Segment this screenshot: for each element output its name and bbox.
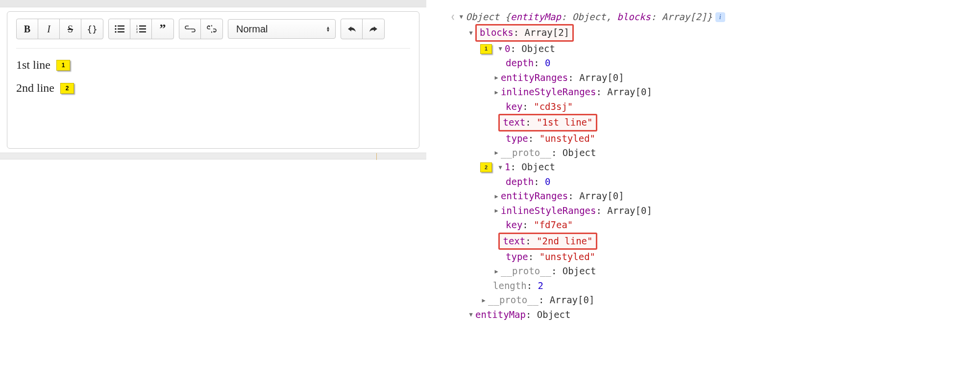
tree-type-1[interactable]: type: "unstyled": [451, 250, 794, 264]
select-caret-icon: ▴▾: [327, 26, 329, 32]
expand-icon[interactable]: [497, 44, 504, 53]
tree-key-0[interactable]: key: "cd3sj": [451, 100, 794, 114]
expand-icon[interactable]: [493, 73, 500, 82]
svg-text:3: 3: [136, 30, 138, 33]
numbered-list-button[interactable]: 123: [130, 19, 152, 39]
tree-text-1[interactable]: text: "2nd line": [451, 233, 794, 250]
svg-rect-11: [139, 31, 146, 32]
tree-length[interactable]: length: 2: [451, 279, 794, 293]
editor-content[interactable]: 1st line 1 2nd line 2: [16, 49, 410, 95]
expand-icon[interactable]: [497, 163, 504, 172]
info-icon[interactable]: i: [715, 12, 725, 22]
expand-icon[interactable]: [458, 12, 465, 22]
highlight-text-1: text: "2nd line": [498, 233, 597, 250]
editor-pane: B I S {} 123 ”: [0, 0, 426, 159]
editor-line: 1st line 1: [16, 58, 410, 72]
blockquote-button[interactable]: ”: [152, 19, 173, 39]
line-text[interactable]: 2nd line: [16, 81, 54, 95]
annotation-badge: 1: [56, 60, 70, 71]
root-summary: Object {entityMap: Object, blocks: Array…: [466, 10, 712, 24]
expand-icon[interactable]: [493, 148, 500, 158]
unlink-button[interactable]: [201, 19, 222, 39]
tree-proto-1[interactable]: __proto__: Object: [451, 264, 794, 278]
back-caret-icon[interactable]: ❮: [451, 12, 455, 23]
tree-text-0[interactable]: text: "1st line": [451, 114, 794, 131]
ruler-tick: [376, 153, 377, 160]
tree-block-1[interactable]: 2 1: Object: [451, 160, 794, 174]
expand-icon[interactable]: [467, 310, 474, 319]
redo-button[interactable]: [363, 19, 384, 39]
highlight-text-0: text: "1st line": [498, 114, 597, 131]
bullet-list-button[interactable]: [109, 19, 130, 39]
tree-proto-0[interactable]: __proto__: Object: [451, 146, 794, 160]
tree-depth-0[interactable]: depth: 0: [451, 56, 794, 70]
code-button[interactable]: {}: [81, 19, 103, 39]
strikethrough-button[interactable]: S: [60, 19, 81, 39]
tree-root[interactable]: ❮ Object {entityMap: Object, blocks: Arr…: [451, 10, 794, 24]
history-group: [341, 19, 385, 39]
text-style-group: B I S {}: [16, 19, 103, 39]
expand-icon[interactable]: [493, 88, 500, 97]
highlight-blocks: blocks: Array[2]: [475, 24, 574, 41]
toolbar: B I S {} 123 ”: [16, 19, 410, 49]
block-style-label: Normal: [236, 24, 268, 35]
expand-icon[interactable]: [480, 296, 487, 305]
expand-icon[interactable]: [493, 192, 500, 201]
tree-entityranges-1[interactable]: entityRanges: Array[0]: [451, 189, 794, 203]
tree-block-0[interactable]: 1 0: Object: [451, 42, 794, 56]
annotation-badge: 2: [60, 83, 74, 94]
undo-button[interactable]: [341, 19, 363, 39]
tree-depth-1[interactable]: depth: 0: [451, 175, 794, 189]
tree-blocks[interactable]: blocks: Array[2]: [451, 24, 794, 41]
link-group: [179, 19, 223, 39]
svg-rect-5: [118, 31, 124, 32]
link-button[interactable]: [179, 19, 201, 39]
annotation-badge: 2: [480, 162, 492, 172]
expand-icon[interactable]: [467, 28, 474, 38]
svg-point-0: [115, 25, 116, 26]
tree-key-1[interactable]: key: "fd7ea": [451, 218, 794, 232]
object-inspector[interactable]: ❮ Object {entityMap: Object, blocks: Arr…: [451, 10, 794, 322]
svg-rect-3: [118, 28, 124, 29]
editor-card: B I S {} 123 ”: [7, 11, 419, 149]
svg-point-2: [115, 28, 116, 29]
tree-inlinestyleranges-1[interactable]: inlineStyleRanges: Array[0]: [451, 204, 794, 218]
tree-entitymap[interactable]: entityMap: Object: [451, 308, 794, 322]
bold-button[interactable]: B: [17, 19, 38, 39]
svg-rect-1: [118, 26, 124, 26]
svg-rect-9: [139, 28, 146, 29]
tree-entityranges-0[interactable]: entityRanges: Array[0]: [451, 71, 794, 85]
tree-inlinestyleranges-0[interactable]: inlineStyleRanges: Array[0]: [451, 85, 794, 99]
window-chrome-bottom: [0, 153, 426, 159]
annotation-badge: 1: [480, 44, 492, 54]
svg-point-4: [115, 31, 116, 32]
tree-proto-array[interactable]: __proto__: Array[0]: [451, 293, 794, 307]
italic-button[interactable]: I: [38, 19, 60, 39]
tree-type-0[interactable]: type: "unstyled": [451, 131, 794, 146]
block-style-select[interactable]: Normal ▴▾: [228, 19, 336, 39]
expand-icon[interactable]: [493, 267, 500, 276]
line-text[interactable]: 1st line: [16, 58, 50, 72]
block-group: 123 ”: [108, 19, 174, 39]
editor-line: 2nd line 2: [16, 81, 410, 95]
window-chrome-top: [0, 0, 426, 7]
expand-icon[interactable]: [493, 206, 500, 215]
svg-rect-7: [139, 26, 146, 26]
